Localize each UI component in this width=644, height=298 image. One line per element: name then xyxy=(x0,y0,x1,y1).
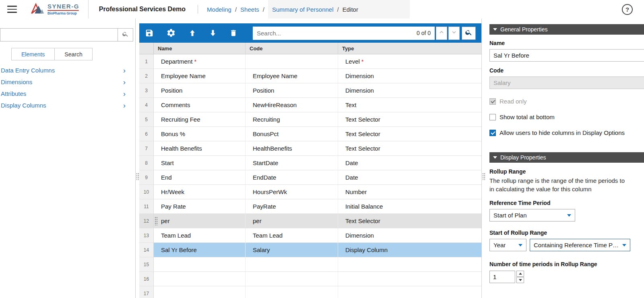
table-row[interactable]: 8 Start StartDate Date xyxy=(139,156,481,170)
move-up-icon[interactable] xyxy=(188,29,196,37)
cell-type[interactable]: Text Selector xyxy=(338,127,481,141)
reference-time-period-select[interactable]: Start of Plan xyxy=(489,209,575,221)
cell-type[interactable]: Number xyxy=(338,185,481,199)
sidebar-search-button[interactable] xyxy=(118,29,133,41)
delete-trash-icon[interactable] xyxy=(229,29,237,37)
cell-code[interactable] xyxy=(246,54,338,68)
cell-type[interactable]: Level * xyxy=(338,54,481,68)
cell-code[interactable]: Salary xyxy=(246,243,338,257)
cell-name[interactable]: End xyxy=(154,170,246,184)
cell-name[interactable] xyxy=(154,272,246,286)
breadcrumb-sheets[interactable]: Sheets xyxy=(240,6,259,13)
cell-code[interactable] xyxy=(246,257,338,271)
breadcrumb-modeling[interactable]: Modeling xyxy=(207,6,231,13)
column-header-name[interactable]: Name xyxy=(154,43,246,54)
table-row[interactable]: 15 xyxy=(139,257,481,272)
table-row[interactable]: 6 Bonus % BonusPct Text Selector xyxy=(139,127,481,141)
checkbox-icon[interactable] xyxy=(489,98,496,105)
sidebar-search-input[interactable] xyxy=(0,29,118,41)
display-properties-header[interactable]: Display Properties xyxy=(489,152,644,163)
column-header-type[interactable]: Type xyxy=(338,43,481,54)
cell-code[interactable]: Employee Name xyxy=(246,69,338,83)
rollup-unit-select[interactable]: Year xyxy=(489,239,526,251)
cell-type[interactable]: Display Column xyxy=(338,243,481,257)
table-row[interactable]: 4 Comments NewHireReason Text xyxy=(139,98,481,112)
table-row[interactable]: 3 Position Position Dimension xyxy=(139,83,481,98)
rollup-mode-select[interactable]: Containing Reference Time Per... xyxy=(530,239,630,251)
cell-name[interactable] xyxy=(154,286,246,298)
settings-gear-icon[interactable] xyxy=(166,28,176,38)
table-row[interactable]: 14 Sal Yr Before Salary Display Column xyxy=(139,243,481,257)
sidebar-item-data-entry-columns[interactable]: Data Entry Columns › xyxy=(0,64,135,76)
name-field[interactable] xyxy=(489,49,644,62)
table-row[interactable]: 5 Recruiting Fee Recruiting Text Selecto… xyxy=(139,112,481,127)
splitter-grip-icon[interactable] xyxy=(136,173,139,180)
cell-code[interactable] xyxy=(246,272,338,286)
sidebar-item-display-columns[interactable]: Display Columns › xyxy=(0,99,135,111)
spinner-up-button[interactable] xyxy=(516,271,524,277)
cell-code[interactable]: PayRate xyxy=(246,199,338,213)
cell-type[interactable]: Date xyxy=(338,170,481,184)
toolbar-search-input[interactable] xyxy=(257,30,417,37)
cell-name[interactable]: Comments xyxy=(154,98,246,112)
cell-code[interactable]: per xyxy=(246,214,338,228)
cell-name[interactable]: Employee Name xyxy=(154,69,246,83)
periods-count-input[interactable] xyxy=(489,271,515,283)
cell-code[interactable]: NewHireReason xyxy=(246,98,338,112)
table-row[interactable]: 11 Pay Rate PayRate Initial Balance xyxy=(139,199,481,214)
checkbox-icon[interactable] xyxy=(489,114,496,120)
sidebar-item-dimensions[interactable]: Dimensions › xyxy=(0,76,135,88)
cell-code[interactable] xyxy=(246,286,338,298)
cell-code[interactable]: Team Lead xyxy=(246,228,338,242)
cell-type[interactable]: Dimension xyxy=(338,69,481,83)
table-row[interactable]: 2 Employee Name Employee Name Dimension xyxy=(139,69,481,83)
cell-type[interactable]: Text xyxy=(338,98,481,112)
help-icon[interactable]: ? xyxy=(622,4,633,15)
cell-name[interactable]: Recruiting Fee xyxy=(154,112,246,126)
table-row[interactable]: 16 xyxy=(139,272,481,286)
search-prev-button[interactable] xyxy=(436,27,447,40)
cell-code[interactable]: StartDate xyxy=(246,156,338,170)
cell-name[interactable]: Hr/Week xyxy=(154,185,246,199)
tab-elements[interactable]: Elements xyxy=(11,48,55,60)
cell-name[interactable]: Team Lead xyxy=(154,228,246,242)
cell-type[interactable]: Text Selector xyxy=(338,112,481,126)
cell-type[interactable] xyxy=(338,286,481,298)
cell-name[interactable]: Bonus % xyxy=(154,127,246,141)
search-next-button[interactable] xyxy=(448,27,460,40)
cell-type[interactable]: Dimension xyxy=(338,83,481,97)
allow-hide-columns-checkbox[interactable]: Allow users to hide columns in Display O… xyxy=(489,129,644,136)
cell-type[interactable]: Dimension xyxy=(338,228,481,242)
breadcrumb-summary-of-personnel[interactable]: Summary of Personnel xyxy=(272,6,334,13)
cell-code[interactable]: EndDate xyxy=(246,170,338,184)
search-go-button[interactable] xyxy=(462,27,476,40)
cell-type[interactable]: Text Selector xyxy=(338,141,481,155)
cell-name[interactable]: Health Benefits xyxy=(154,141,246,155)
table-row[interactable]: 10 Hr/Week HoursPerWk Number xyxy=(139,185,481,199)
general-properties-header[interactable]: General Properties xyxy=(489,24,644,35)
sidebar-item-attributes[interactable]: Attributes › xyxy=(0,88,135,99)
table-row[interactable]: 9 End EndDate Date xyxy=(139,170,481,185)
table-row[interactable]: 13 Team Lead Team Lead Dimension xyxy=(139,228,481,243)
show-total-checkbox[interactable]: Show total at bottom xyxy=(489,114,644,120)
table-row[interactable]: 7 Health Benefits HealthBenefits Text Se… xyxy=(139,141,481,156)
cell-type[interactable] xyxy=(338,257,481,271)
cell-code[interactable]: BonusPct xyxy=(246,127,338,141)
tab-search[interactable]: Search xyxy=(55,48,92,60)
splitter-grip-icon[interactable] xyxy=(482,173,485,180)
cell-name[interactable]: Sal Yr Before xyxy=(154,243,246,257)
read-only-checkbox[interactable]: Read only xyxy=(489,98,644,105)
move-down-icon[interactable] xyxy=(209,29,217,37)
column-header-code[interactable]: Code xyxy=(246,43,338,54)
left-panel-splitter[interactable] xyxy=(136,19,139,298)
cell-code[interactable]: Recruiting xyxy=(246,112,338,126)
cell-name[interactable]: Position xyxy=(154,83,246,97)
cell-type[interactable]: Date xyxy=(338,156,481,170)
right-panel-splitter[interactable] xyxy=(482,19,485,298)
spinner-down-button[interactable] xyxy=(516,277,524,283)
save-icon[interactable] xyxy=(145,29,154,37)
cell-type[interactable] xyxy=(338,272,481,286)
table-row[interactable]: 12 per per Text Selector xyxy=(139,214,481,228)
cell-code[interactable]: HoursPerWk xyxy=(246,185,338,199)
cell-name[interactable]: Department * xyxy=(154,54,246,68)
